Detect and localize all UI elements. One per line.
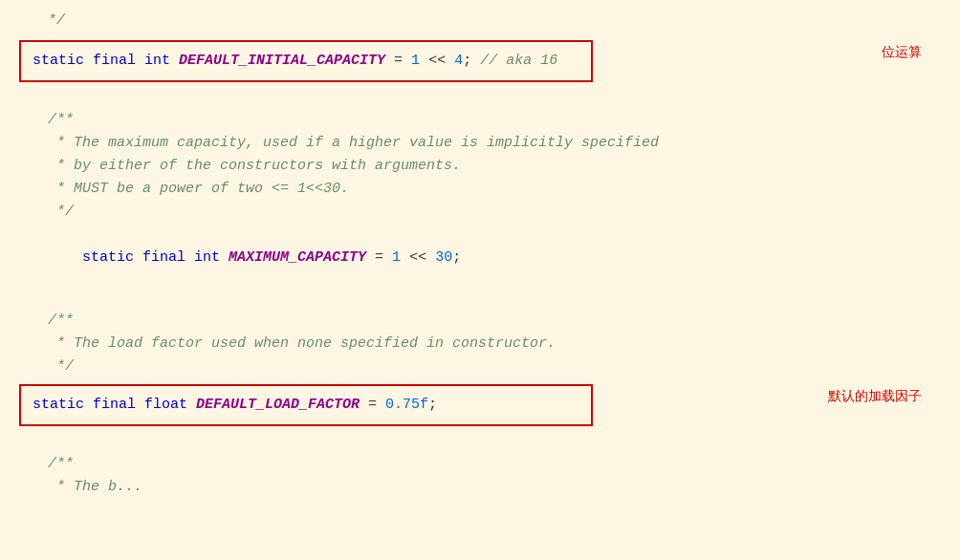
kw-int-2: int: [194, 249, 229, 266]
kw-int: int: [144, 53, 179, 69]
equals-3: =: [360, 397, 385, 413]
code-line-2: static final float DEFAULT_LOAD_FACTOR =…: [33, 397, 437, 413]
kw-static: static: [33, 53, 93, 69]
highlighted-block-1: static final int DEFAULT_INITIAL_CAPACIT…: [19, 40, 593, 82]
equals-2: =: [366, 249, 392, 266]
max-capacity-line: static final int MAXIMUM_CAPACITY = 1 <<…: [19, 224, 941, 292]
inline-comment-1: // aka 16: [480, 53, 557, 69]
code-container: */ static final int DEFAULT_INITIAL_CAPA…: [0, 0, 960, 508]
jd1-line-5: */: [48, 201, 941, 224]
annotation-2: 默认的加载因子: [828, 386, 922, 407]
const-name-1: DEFAULT_INITIAL_CAPACITY: [179, 53, 385, 69]
kw-static-2: static: [82, 249, 142, 266]
op-2: <<: [401, 249, 435, 266]
const-name-3: DEFAULT_LOAD_FACTOR: [196, 397, 360, 413]
block1-wrapper: static final int DEFAULT_INITIAL_CAPACIT…: [19, 34, 941, 88]
kw-final-3: final: [93, 397, 144, 413]
num-4: 4: [454, 53, 463, 69]
jd3-line-1: /**: [48, 453, 941, 476]
equals-1: =: [385, 53, 411, 69]
op-1: <<: [420, 53, 454, 69]
jd2-line-1: /**: [48, 310, 941, 333]
kw-final-2: final: [142, 249, 194, 266]
javadoc-1: /** * The maximum capacity, used if a hi…: [19, 109, 941, 224]
jd1-line-2: * The maximum capacity, used if a higher…: [48, 132, 941, 155]
annotation-1: 位运算: [882, 42, 922, 63]
semi-2: ;: [452, 249, 461, 266]
jd2-line-2: * The load factor used when none specifi…: [48, 333, 941, 355]
semi-1: ;: [463, 53, 480, 69]
kw-float: float: [144, 397, 196, 413]
jd2-line-3: */: [48, 355, 941, 378]
semi-3: ;: [428, 397, 437, 413]
num-075f: 0.75f: [385, 397, 428, 413]
gap-1: [19, 92, 941, 109]
num-1-2: 1: [392, 249, 401, 266]
jd3-line-2: * The b...: [48, 476, 941, 499]
top-comment: */: [19, 10, 941, 32]
num-1: 1: [411, 53, 420, 69]
num-30: 30: [435, 249, 452, 266]
javadoc-2: /** * The load factor used when none spe…: [19, 310, 941, 378]
gap-2: [19, 292, 941, 310]
kw-static-3: static: [33, 397, 93, 413]
highlighted-block-2: static final float DEFAULT_LOAD_FACTOR =…: [19, 384, 593, 426]
gap-3: [19, 436, 941, 453]
code-line-1: static final int DEFAULT_INITIAL_CAPACIT…: [33, 53, 557, 69]
kw-final: final: [93, 53, 144, 69]
jd1-line-3: * by either of the constructors with arg…: [48, 155, 941, 178]
jd1-line-4: * MUST be a power of two <= 1<<30.: [48, 178, 941, 201]
const-name-2: MAXIMUM_CAPACITY: [229, 249, 366, 266]
block2-wrapper: static final float DEFAULT_LOAD_FACTOR =…: [19, 378, 941, 432]
jd1-line-1: /**: [48, 109, 941, 132]
javadoc-3: /** * The b...: [19, 453, 941, 499]
